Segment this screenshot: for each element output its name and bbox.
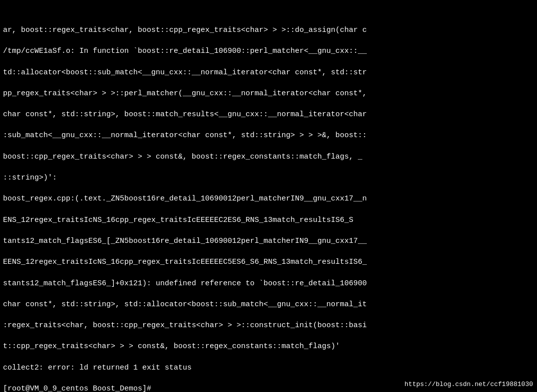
terminal-line: pp_regex_traits<char> > >::perl_matcher(…	[3, 88, 534, 99]
terminal-line: char const*, std::string>, std::allocato…	[3, 299, 534, 310]
terminal-line: ar, boost::regex_traits<char, boost::cpp…	[3, 25, 534, 35]
terminal-line: EENS_12regex_traitsIcNS_16cpp_regex_trai…	[3, 257, 534, 267]
terminal-line: boost_regex.cpp:(.text._ZN5boost16re_det…	[3, 194, 534, 204]
terminal-line: t::cpp_regex_traits<char> > > const&, bo…	[3, 341, 534, 352]
terminal: ar, boost::regex_traits<char, boost::cpp…	[0, 0, 537, 392]
terminal-line: boost::cpp_regex_traits<char> > > const&…	[3, 152, 534, 162]
terminal-line: /tmp/ccWE1aSf.o: In function `boost::re_…	[3, 46, 534, 56]
terminal-line: ENS_12regex_traitsIcNS_16cpp_regex_trait…	[3, 215, 534, 225]
terminal-line: tants12_match_flagsES6_[_ZN5boost16re_de…	[3, 236, 534, 246]
terminal-line: td::allocator<boost::sub_match<__gnu_cxx…	[3, 67, 534, 78]
url-bar: https://blog.csdn.net/ccf19881030	[405, 380, 533, 389]
terminal-line: ::string>)':	[3, 173, 534, 183]
terminal-line: collect2: error: ld returned 1 exit stat…	[3, 363, 534, 373]
terminal-line: char const*, std::string>, boost::match_…	[3, 109, 534, 120]
terminal-line: :regex_traits<char, boost::cpp_regex_tra…	[3, 320, 534, 331]
terminal-line: stants12_match_flagsES6_]+0x121): undefi…	[3, 278, 534, 289]
terminal-line: :sub_match<__gnu_cxx::__normal_iterator<…	[3, 130, 534, 141]
